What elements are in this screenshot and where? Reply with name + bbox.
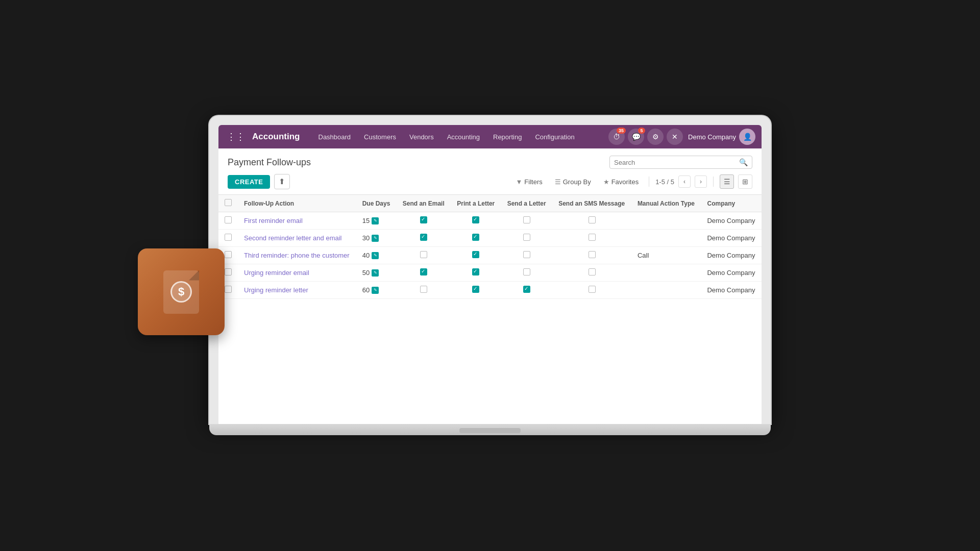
search-input[interactable] — [614, 159, 736, 166]
row-checkbox[interactable] — [420, 268, 427, 276]
page-header: Payment Follow-ups 🔍 — [218, 148, 762, 169]
page-title: Payment Follow-ups — [228, 157, 311, 168]
company-cell: Demo Company — [701, 282, 762, 299]
send-email-cell — [397, 247, 451, 264]
due-days-cell-wrapper: 40 ✎ — [356, 247, 397, 264]
row-select-cell — [218, 230, 238, 247]
grid-view-button[interactable]: ⊞ — [738, 174, 752, 189]
nav-dashboard[interactable]: Dashboard — [312, 130, 357, 144]
row-checkbox[interactable] — [420, 216, 427, 223]
table-row: Urging reminder letter 60 ✎ Demo Company — [218, 282, 762, 299]
edit-due-days-icon[interactable]: ✎ — [372, 287, 379, 294]
due-days-value: 15 — [362, 217, 370, 224]
close-button[interactable]: ✕ — [667, 129, 683, 145]
table-row: Second reminder letter and email 30 ✎ De… — [218, 230, 762, 247]
edit-due-days-icon[interactable]: ✎ — [372, 252, 379, 259]
nav-configuration[interactable]: Configuration — [529, 130, 580, 144]
upload-button[interactable]: ⬆ — [274, 174, 290, 189]
groupby-label: Group By — [563, 178, 591, 186]
grid-menu-icon[interactable]: ⋮⋮ — [225, 129, 247, 144]
row-checkbox[interactable] — [523, 286, 530, 293]
row-checkbox[interactable] — [523, 251, 530, 258]
pagination-next[interactable]: › — [695, 176, 707, 188]
select-all-checkbox[interactable] — [225, 199, 232, 206]
col-header-send-sms: Send an SMS Message — [552, 195, 631, 212]
list-view-button[interactable]: ☰ — [720, 174, 734, 189]
nav-right-section: ⏱ 35 💬 5 ⚙ ✕ Demo Company 👤 — [608, 129, 755, 145]
row-checkbox[interactable] — [225, 234, 232, 241]
row-checkbox[interactable] — [472, 216, 479, 223]
trackpad — [459, 428, 521, 433]
send-email-cell — [397, 230, 451, 247]
toolbar-left: CREATE ⬆ — [228, 174, 290, 189]
due-days-cell: 15 ✎ — [362, 217, 390, 224]
select-all-header — [218, 195, 238, 212]
row-checkbox[interactable] — [225, 216, 232, 223]
row-checkbox[interactable] — [523, 268, 530, 276]
edit-due-days-icon[interactable]: ✎ — [372, 235, 379, 242]
dollar-sign: $ — [170, 281, 192, 303]
filters-button[interactable]: ▼ Filters — [511, 176, 546, 188]
settings-button[interactable]: ⚙ — [647, 129, 664, 145]
filter-icon: ▼ — [516, 178, 522, 186]
row-checkbox[interactable] — [589, 216, 596, 223]
table-row: First reminder email 15 ✎ Demo Company — [218, 212, 762, 230]
col-header-print-letter: Print a Letter — [451, 195, 501, 212]
groupby-button[interactable]: ☰ Group By — [551, 176, 595, 188]
row-checkbox[interactable] — [225, 251, 232, 258]
send-email-cell — [397, 264, 451, 282]
row-checkbox[interactable] — [589, 268, 596, 276]
row-checkbox[interactable] — [472, 251, 479, 258]
row-checkbox[interactable] — [225, 268, 232, 276]
company-cell: Demo Company — [701, 247, 762, 264]
manual-action-cell — [631, 264, 701, 282]
nav-accounting[interactable]: Accounting — [441, 130, 486, 144]
pagination-prev[interactable]: ‹ — [678, 176, 691, 188]
due-days-cell: 60 ✎ — [362, 286, 390, 294]
print-letter-cell — [451, 264, 501, 282]
floating-invoice-icon: $ — [138, 248, 225, 335]
due-days-value: 40 — [362, 252, 370, 259]
nav-vendors[interactable]: Vendors — [403, 130, 440, 144]
activity-button[interactable]: ⏱ 35 — [608, 129, 625, 145]
divider — [649, 177, 649, 187]
nav-customers[interactable]: Customers — [358, 130, 402, 144]
company-cell: Demo Company — [701, 212, 762, 230]
row-checkbox[interactable] — [472, 234, 479, 241]
row-checkbox[interactable] — [523, 216, 530, 223]
row-checkbox[interactable] — [472, 286, 479, 293]
action-cell: First reminder email — [238, 212, 356, 230]
messages-badge: 5 — [638, 128, 645, 134]
filters-label: Filters — [524, 178, 542, 186]
user-avatar[interactable]: 👤 — [739, 129, 755, 145]
row-checkbox[interactable] — [589, 234, 596, 241]
row-checkbox[interactable] — [420, 286, 427, 293]
edit-due-days-icon[interactable]: ✎ — [372, 269, 379, 277]
row-checkbox[interactable] — [589, 286, 596, 293]
create-button[interactable]: CREATE — [228, 175, 270, 189]
row-checkbox[interactable] — [225, 286, 232, 293]
due-days-cell-wrapper: 60 ✎ — [356, 282, 397, 299]
nav-reporting[interactable]: Reporting — [487, 130, 528, 144]
send-sms-cell — [552, 264, 631, 282]
col-header-action: Follow-Up Action — [238, 195, 356, 212]
search-icon[interactable]: 🔍 — [739, 158, 748, 166]
col-header-send-letter: Send a Letter — [501, 195, 552, 212]
row-checkbox[interactable] — [420, 234, 427, 241]
favorites-button[interactable]: ★ Favorites — [599, 176, 643, 188]
messages-button[interactable]: 💬 5 — [628, 129, 644, 145]
due-days-cell-wrapper: 50 ✎ — [356, 264, 397, 282]
star-icon: ★ — [603, 178, 609, 186]
row-checkbox[interactable] — [472, 268, 479, 276]
print-letter-cell — [451, 230, 501, 247]
row-checkbox[interactable] — [523, 234, 530, 241]
send-letter-cell — [501, 282, 552, 299]
row-checkbox[interactable] — [420, 251, 427, 258]
manual-action-cell — [631, 212, 701, 230]
document-shape: $ — [163, 270, 199, 314]
due-days-cell-wrapper: 15 ✎ — [356, 212, 397, 230]
manual-action-cell — [631, 282, 701, 299]
edit-due-days-icon[interactable]: ✎ — [372, 217, 379, 224]
col-header-due-days: Due Days — [356, 195, 397, 212]
row-checkbox[interactable] — [589, 251, 596, 258]
